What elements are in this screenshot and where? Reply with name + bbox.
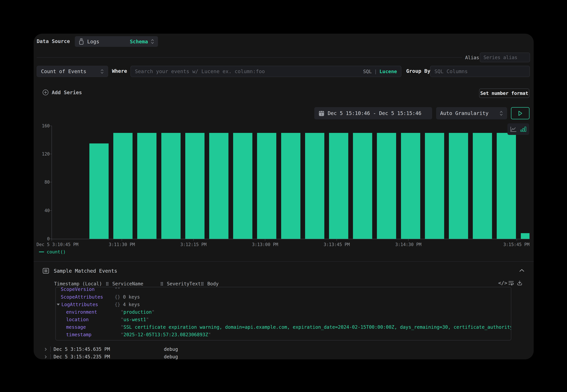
column-header-servicename[interactable]: ServiceName xyxy=(112,281,143,287)
bar xyxy=(137,133,156,239)
json-value: SSL certificate expiration warning, doma… xyxy=(121,323,511,331)
json-field-row: timestamp 2025-12-05T13:57:23.082306893Z xyxy=(56,331,511,338)
code-view-icon[interactable]: </> xyxy=(498,280,507,286)
y-tick-label: 120 xyxy=(37,152,50,156)
lucene-option[interactable]: Lucene xyxy=(379,69,397,74)
play-icon xyxy=(518,111,523,116)
aggregation-select[interactable]: Count of Events xyxy=(37,66,108,77)
data-source-select[interactable]: Logs Schema xyxy=(75,36,158,47)
bar xyxy=(233,133,252,239)
json-key[interactable]: message xyxy=(66,323,86,331)
json-key[interactable]: timestamp xyxy=(66,331,92,338)
download-icon[interactable] xyxy=(517,280,522,286)
svg-text:1: 1 xyxy=(321,113,322,116)
event-timestamp: Dec 5 3:15:45.635 PM xyxy=(54,346,110,353)
data-source-label: Data Source xyxy=(37,38,70,44)
events-panel-title: Sample Matched Events xyxy=(54,268,117,274)
expander-triangle-icon[interactable] xyxy=(57,304,60,306)
x-tick xyxy=(193,239,194,241)
bar xyxy=(473,133,492,239)
event-row[interactable]: Dec 5 3:15:45.235 PM debug xyxy=(34,353,534,359)
legend-swatch xyxy=(39,252,44,252)
event-row[interactable]: Dec 5 3:15:45.635 PM debug xyxy=(34,346,534,353)
search-input[interactable]: Search your events w/ Lucene ex. column:… xyxy=(131,66,401,77)
json-value xyxy=(115,287,120,293)
column-header-timestamp[interactable]: Timestamp (Local) xyxy=(54,281,102,287)
json-object-summary: {}0 keys xyxy=(115,293,140,301)
legend-item[interactable]: count() xyxy=(39,249,66,254)
drag-grip-icon[interactable] xyxy=(201,282,204,286)
json-field-row: LogAttributes {}4 keys xyxy=(56,301,511,308)
column-header-severitytext[interactable]: SeverityText xyxy=(167,281,201,287)
y-tick-label: 80 xyxy=(37,180,50,185)
granularity-select[interactable]: Auto Granularity xyxy=(436,107,507,119)
json-key[interactable]: LogAttributes xyxy=(61,301,98,308)
expand-chevron-icon[interactable] xyxy=(44,347,47,351)
set-number-format-button[interactable]: Set number format xyxy=(479,88,529,98)
braces-icon: {} xyxy=(115,293,120,301)
expand-chevron-icon[interactable] xyxy=(44,355,47,359)
group-by-label: Group By xyxy=(406,68,430,74)
search-placeholder: Search your events w/ Lucene ex. column:… xyxy=(135,69,265,74)
bar xyxy=(113,133,133,239)
run-query-button[interactable] xyxy=(511,107,529,119)
alias-placeholder: Series alias xyxy=(484,55,517,60)
plus-circle-icon xyxy=(42,89,49,96)
json-object-summary: {}4 keys xyxy=(115,301,140,308)
json-key[interactable]: ScopeVersion xyxy=(61,287,95,293)
group-by-placeholder: SQL Columns xyxy=(434,69,468,74)
row-divider-bar xyxy=(50,354,51,359)
x-tick xyxy=(52,239,52,241)
screen: Data Source Logs Schema Alias Series ali… xyxy=(0,0,567,392)
y-tick-label: 160 xyxy=(37,123,50,128)
x-tick-label: Dec 5 3:10:45 PM xyxy=(37,242,78,247)
expanded-event-json-panel: ScopeVersion ScopeAttributes {}0 keys Lo… xyxy=(55,287,511,340)
json-value: us-west1 xyxy=(121,316,149,323)
x-tick-label: 3:12:15 PM xyxy=(180,242,207,247)
bar xyxy=(329,133,348,239)
alias-divider xyxy=(37,57,462,57)
chevron-updown-icon xyxy=(100,69,104,74)
line-chart-icon[interactable] xyxy=(510,126,517,132)
bar-chart-icon[interactable] xyxy=(520,126,526,132)
time-range-picker[interactable]: 1 Dec 5 15:10:46 - Dec 5 15:15:46 xyxy=(314,107,432,119)
json-key[interactable]: environment xyxy=(66,308,97,316)
schema-link[interactable]: Schema xyxy=(130,39,148,44)
add-series-label: Add Series xyxy=(52,90,82,95)
bar xyxy=(521,233,529,239)
query-language-toggle[interactable]: SQL | Lucene xyxy=(363,69,397,74)
x-tick xyxy=(408,239,409,241)
sql-option[interactable]: SQL xyxy=(363,69,372,74)
chevron-updown-icon xyxy=(499,111,503,116)
bar xyxy=(305,133,324,239)
json-key[interactable]: ScopeAttributes xyxy=(61,293,103,301)
chart-type-toggle xyxy=(507,123,529,135)
column-header-body[interactable]: Body xyxy=(207,281,219,287)
json-field-row: ScopeAttributes {}0 keys xyxy=(56,293,511,301)
group-by-input[interactable]: SQL Columns xyxy=(430,66,530,77)
drag-grip-icon[interactable] xyxy=(106,282,109,286)
bar xyxy=(209,133,228,239)
json-field-row: location us-west1 xyxy=(56,316,511,323)
wrap-text-icon[interactable] xyxy=(508,281,514,286)
bar xyxy=(257,133,276,239)
language-separator: | xyxy=(374,69,377,74)
x-axis-line xyxy=(52,239,530,239)
braces-icon: {} xyxy=(115,301,120,308)
query-builder-window: Data Source Logs Schema Alias Series ali… xyxy=(34,34,534,359)
bar xyxy=(401,133,420,239)
event-severity: debug xyxy=(164,353,178,359)
collapse-chevron-icon[interactable] xyxy=(519,269,525,272)
json-value: production xyxy=(121,308,154,316)
json-key[interactable]: location xyxy=(66,316,89,323)
alias-input[interactable]: Series alias xyxy=(480,53,530,62)
x-tick-label: 3:13:00 PM xyxy=(252,242,278,247)
data-source-value: Logs xyxy=(87,39,99,44)
bar xyxy=(377,133,396,239)
drag-grip-icon[interactable] xyxy=(161,282,163,286)
add-series-button[interactable]: Add Series xyxy=(42,89,82,96)
where-label: Where xyxy=(112,68,127,74)
bar xyxy=(353,133,372,239)
json-field-row: message SSL certificate expiration warni… xyxy=(56,323,511,331)
chevron-updown-icon xyxy=(151,39,154,44)
